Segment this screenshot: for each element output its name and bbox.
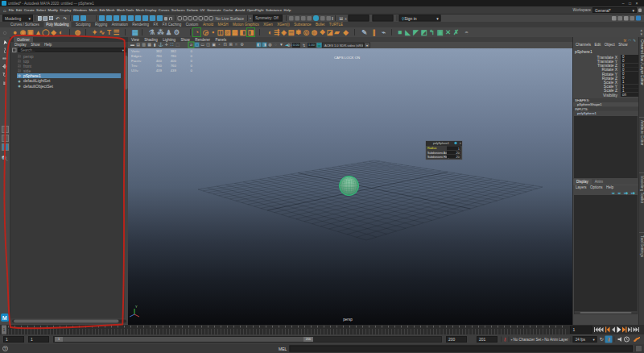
svg-text:Y: Y — [135, 305, 138, 309]
svg-text:Radius: Radius — [427, 147, 436, 150]
svg-text:439: 439 — [171, 69, 177, 73]
svg-text:CAPS LOCK ON: CAPS LOCK ON — [334, 56, 360, 60]
svg-text:polySphere1: polySphere1 — [433, 142, 449, 145]
svg-text:Tris:: Tris: — [131, 64, 138, 68]
svg-text:20: 20 — [456, 155, 460, 159]
svg-text:439: 439 — [156, 69, 163, 73]
svg-text:760: 760 — [171, 64, 177, 68]
svg-text:✕: ✕ — [460, 142, 462, 145]
svg-text:persp: persp — [343, 318, 353, 322]
svg-text:Subdivisions Axis: Subdivisions Axis — [427, 152, 449, 155]
svg-text:382: 382 — [171, 49, 177, 53]
svg-text:382: 382 — [156, 49, 163, 53]
svg-text:UVs:: UVs: — [131, 69, 139, 73]
svg-text:780: 780 — [156, 54, 163, 58]
svg-text:780: 780 — [171, 54, 177, 58]
svg-text:Faces:: Faces: — [131, 59, 142, 63]
svg-text:Edges:: Edges: — [131, 54, 142, 58]
svg-text:Verts:: Verts: — [131, 49, 140, 53]
svg-text:400: 400 — [171, 59, 177, 63]
svg-text:400: 400 — [156, 59, 163, 63]
svg-text:760: 760 — [156, 64, 163, 68]
